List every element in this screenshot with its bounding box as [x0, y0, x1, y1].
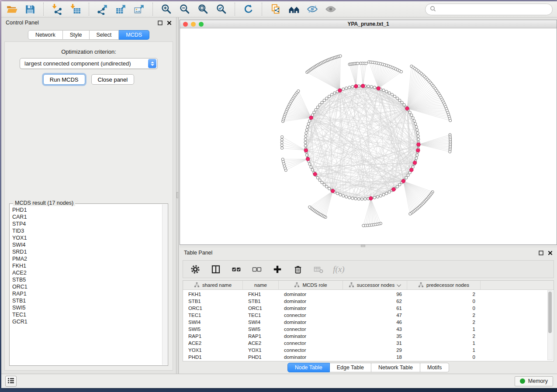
table-cell: 47	[343, 313, 407, 318]
table-row[interactable]: RAP1RAP1dominator352	[183, 333, 554, 340]
column-label: successor nodes	[357, 282, 394, 288]
mcds-result-item[interactable]: TID3	[12, 227, 161, 234]
mcds-result-item[interactable]: ORC1	[12, 283, 161, 290]
criterion-select[interactable]: largest connected component (undirected)	[20, 58, 158, 69]
open-file-button[interactable]	[6, 3, 17, 15]
trash-icon	[293, 264, 303, 275]
import-table-from-file-button[interactable]	[69, 3, 81, 15]
mcds-result-item[interactable]: GCR1	[12, 318, 161, 325]
mcds-result-item[interactable]: STB1	[12, 297, 161, 304]
run-mcds-button[interactable]: Run MCDS	[43, 74, 85, 85]
search-box[interactable]	[425, 3, 553, 15]
column-header-predecessor-nodes[interactable]: predecessor nodes	[407, 281, 481, 289]
table-row[interactable]: FKH1FKH1dominator962	[183, 291, 554, 298]
unselect-all-columns-button[interactable]	[251, 263, 263, 275]
table-cell: dominator	[279, 334, 343, 339]
hide-selected-button[interactable]	[306, 3, 318, 15]
network-window-titlebar: YPA_prune.txt_1	[180, 20, 557, 28]
table-cell: ORC1	[243, 306, 279, 311]
apply-layout-button[interactable]	[242, 3, 254, 15]
import-network-from-file-button[interactable]	[51, 3, 63, 15]
mcds-result-item[interactable]: FKH1	[12, 262, 161, 269]
close-window-icon[interactable]	[183, 22, 188, 27]
column-header-name[interactable]: name	[243, 281, 279, 289]
column-settings-button[interactable]	[189, 263, 201, 275]
save-session-button[interactable]	[24, 3, 36, 15]
table-row[interactable]: PHD1PHD1dominator180	[183, 354, 554, 361]
table-row[interactable]: YOX1YOX1connector291	[183, 347, 554, 354]
search-input[interactable]	[439, 6, 548, 12]
close-panel-icon[interactable]	[548, 251, 553, 255]
table-cell: 18	[343, 354, 407, 360]
create-column-button[interactable]	[271, 263, 283, 275]
task-history-button[interactable]	[5, 376, 17, 387]
mcds-result-item[interactable]: PHD1	[12, 206, 161, 213]
close-panel-button[interactable]: Close panel	[91, 74, 135, 85]
mcds-result-item[interactable]: ACE2	[12, 269, 161, 276]
memory-button[interactable]: Memory	[515, 376, 553, 386]
table-cell: ACE2	[183, 340, 243, 346]
first-neighbors-button[interactable]	[288, 3, 300, 15]
table-row[interactable]: TEC1TEC1connector472	[183, 312, 554, 319]
mcds-result-item[interactable]: STB5	[12, 276, 161, 283]
table-row[interactable]: SWI5SWI5connector431	[183, 326, 554, 333]
splitter-handle[interactable]	[176, 192, 179, 198]
table-row[interactable]: ORC1ORC1dominator610	[183, 305, 554, 312]
float-panel-icon[interactable]	[158, 21, 163, 25]
export-network-button[interactable]	[97, 3, 108, 15]
table-cell: connector	[279, 347, 343, 353]
close-panel-icon[interactable]	[167, 21, 172, 25]
mcds-result-list[interactable]: PHD1CAR1STP4TID3YOX1SWI4SRD1PMA2FKH1ACE2…	[12, 206, 161, 364]
zoom-in-button[interactable]	[160, 3, 172, 15]
mcds-result-item[interactable]: CAR1	[12, 213, 161, 220]
table-tab-network-table[interactable]: Network Table	[371, 363, 420, 372]
minimize-window-icon[interactable]	[191, 22, 196, 27]
table-tab-node-table[interactable]: Node Table	[287, 363, 330, 372]
toggle-column-display-button[interactable]	[210, 263, 221, 275]
column-header-mcds-role[interactable]: MCDS role	[279, 281, 343, 289]
table-scrollbar[interactable]	[547, 290, 553, 360]
zoom-window-icon[interactable]	[199, 22, 204, 27]
export-network-icon	[97, 3, 108, 15]
tab-mcds[interactable]: MCDS	[119, 30, 149, 40]
table-tab-motifs[interactable]: Motifs	[420, 363, 449, 372]
table-cell: SWI5	[243, 327, 279, 332]
export-table-button[interactable]	[115, 3, 127, 15]
table-row[interactable]: STB1STB1dominator620	[183, 298, 554, 305]
tab-style[interactable]: Style	[63, 30, 90, 40]
float-panel-icon[interactable]	[539, 251, 543, 255]
splitter-handle[interactable]	[361, 245, 365, 247]
mcds-result-item[interactable]: SRD1	[12, 248, 161, 255]
delete-columns-button[interactable]	[292, 263, 304, 275]
vertical-splitter[interactable]	[176, 17, 179, 374]
zoom-selected-button[interactable]	[215, 3, 227, 15]
mcds-result-item[interactable]: TEC1	[12, 311, 161, 318]
zoom-out-button[interactable]	[179, 3, 190, 15]
scrollbar-thumb[interactable]	[548, 292, 552, 333]
mcds-result-item[interactable]: SWI4	[12, 241, 161, 248]
table-cell: SWI5	[183, 327, 243, 332]
mcds-result-item[interactable]: SWI5	[12, 304, 161, 311]
column-header-shared-name[interactable]: shared name	[183, 281, 243, 289]
new-network-from-selection-button[interactable]	[270, 3, 281, 15]
export-image-button[interactable]	[133, 3, 145, 15]
table-tab-edge-table[interactable]: Edge Table	[330, 363, 371, 372]
horizontal-splitter[interactable]	[180, 245, 557, 248]
table-cell: RAP1	[243, 334, 279, 339]
fx-icon: f(x)	[333, 265, 344, 274]
toolbar-icon-group	[6, 3, 336, 16]
column-header-successor-nodes[interactable]: successor nodes	[343, 281, 407, 289]
mcds-result-item[interactable]: STP4	[12, 220, 161, 227]
mcds-result-item[interactable]: RAP1	[12, 290, 161, 297]
network-canvas[interactable]	[180, 28, 557, 244]
table-row[interactable]: SWI4SWI4dominator462	[183, 319, 554, 326]
table-row[interactable]: ACE2ACE2connector311	[183, 340, 554, 347]
mcds-result-item[interactable]: PMA2	[12, 255, 161, 262]
select-all-columns-button[interactable]	[230, 263, 242, 275]
tab-select[interactable]: Select	[90, 30, 119, 40]
control-panel-tabs: NetworkStyleSelectMCDS	[1, 30, 176, 40]
mcds-result-scrollbar[interactable]	[162, 204, 167, 365]
tab-network[interactable]: Network	[28, 30, 63, 40]
zoom-fit-content-button[interactable]	[197, 3, 209, 15]
mcds-result-item[interactable]: YOX1	[12, 234, 161, 241]
